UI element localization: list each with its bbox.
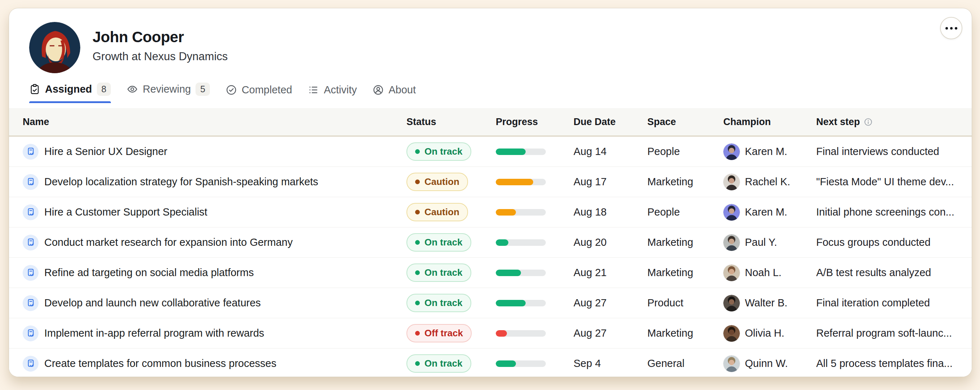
status-badge: On track bbox=[406, 354, 471, 373]
status-cell: On track bbox=[406, 354, 496, 373]
due-date-cell: Aug 27 bbox=[574, 327, 648, 339]
status-label: Caution bbox=[425, 176, 460, 187]
task-name-cell: Implement in-app referral program with r… bbox=[23, 326, 406, 341]
column-header-label: Due Date bbox=[574, 117, 616, 128]
table-row[interactable]: Refine ad targeting on social media plat… bbox=[9, 258, 972, 288]
task-icon bbox=[23, 235, 38, 251]
task-name-cell: Create templates for common business pro… bbox=[23, 356, 406, 372]
progress-cell bbox=[496, 179, 574, 185]
status-dot bbox=[415, 300, 420, 305]
table-row[interactable]: Conduct market research for expansion in… bbox=[9, 227, 972, 258]
tab-about[interactable]: About bbox=[372, 84, 416, 103]
task-name: Conduct market research for expansion in… bbox=[44, 237, 293, 248]
progress-cell bbox=[496, 300, 574, 306]
tab-completed[interactable]: Completed bbox=[226, 84, 292, 103]
table-row[interactable]: Develop localization strategy for Spanis… bbox=[9, 167, 972, 197]
next-step-cell: Referral program soft-launc... bbox=[816, 327, 963, 339]
list-icon bbox=[308, 84, 319, 96]
eye-icon bbox=[127, 84, 138, 95]
more-options-button[interactable] bbox=[940, 17, 963, 39]
next-step-cell: "Fiesta Mode" UI theme dev... bbox=[816, 176, 963, 188]
table-row[interactable]: Implement in-app referral program with r… bbox=[9, 318, 972, 348]
task-icon bbox=[23, 326, 38, 341]
next-step-cell: Focus groups conducted bbox=[816, 237, 963, 248]
avatar bbox=[723, 144, 740, 160]
status-dot bbox=[415, 149, 420, 154]
avatar bbox=[723, 325, 740, 342]
progress-bar bbox=[496, 209, 546, 216]
progress-bar bbox=[496, 300, 546, 306]
table-row[interactable]: Hire a Senior UX DesignerOn trackAug 14P… bbox=[9, 137, 972, 167]
status-badge: On track bbox=[406, 142, 471, 161]
avatar bbox=[723, 265, 740, 281]
task-icon bbox=[23, 356, 38, 372]
task-icon bbox=[23, 144, 38, 160]
profile-avatar-image bbox=[29, 22, 80, 73]
column-header-name: Name bbox=[23, 117, 406, 128]
avatar bbox=[723, 174, 740, 190]
tab-label: Reviewing bbox=[143, 83, 191, 95]
progress-cell bbox=[496, 209, 574, 216]
status-cell: Caution bbox=[406, 203, 496, 221]
status-dot bbox=[415, 361, 420, 366]
status-cell: Caution bbox=[406, 173, 496, 191]
progress-bar bbox=[496, 330, 546, 337]
status-cell: On track bbox=[406, 142, 496, 161]
task-name: Develop and launch new collaborative fea… bbox=[44, 297, 261, 309]
status-label: Off track bbox=[425, 328, 463, 339]
champion-name: Karen M. bbox=[745, 145, 788, 158]
progress-bar-fill bbox=[496, 360, 516, 367]
column-header-label: Champion bbox=[723, 117, 771, 128]
champion-cell: Quinn W. bbox=[723, 355, 816, 372]
space-cell: Marketing bbox=[648, 327, 723, 339]
progress-bar-fill bbox=[496, 239, 508, 246]
status-badge: On track bbox=[406, 264, 471, 282]
column-header-label: Status bbox=[406, 117, 436, 128]
progress-bar-fill bbox=[496, 209, 516, 216]
column-header-due-date: Due Date bbox=[574, 117, 648, 128]
column-header-next-step: Next step bbox=[816, 117, 963, 128]
space-cell: People bbox=[648, 145, 723, 158]
table-row[interactable]: Develop and launch new collaborative fea… bbox=[9, 288, 972, 318]
profile-name: John Cooper bbox=[92, 29, 228, 46]
avatar bbox=[723, 234, 740, 251]
tab-badge: 8 bbox=[97, 83, 111, 96]
column-header-label: Progress bbox=[496, 117, 538, 128]
champion-name: Noah L. bbox=[745, 267, 782, 279]
space-cell: Product bbox=[648, 297, 723, 309]
task-name-cell: Hire a Senior UX Designer bbox=[23, 144, 406, 160]
tab-activity[interactable]: Activity bbox=[308, 84, 357, 103]
table-row[interactable]: Hire a Customer Support SpecialistCautio… bbox=[9, 197, 972, 227]
person-circle-icon bbox=[372, 84, 384, 96]
status-cell: On track bbox=[406, 294, 496, 312]
status-badge: Caution bbox=[406, 173, 468, 191]
tab-bar: Assigned8Reviewing5CompletedActivityAbou… bbox=[9, 83, 972, 103]
progress-bar bbox=[496, 239, 546, 246]
tab-reviewing[interactable]: Reviewing5 bbox=[127, 83, 210, 103]
champion-cell: Paul Y. bbox=[723, 234, 816, 251]
status-dot bbox=[415, 240, 420, 245]
profile-header: John Cooper Growth at Nexus Dynamics bbox=[9, 8, 972, 73]
status-label: On track bbox=[425, 267, 463, 278]
task-icon bbox=[23, 205, 38, 220]
champion-name: Walter B. bbox=[745, 297, 788, 309]
next-step-cell: Final interviews conducted bbox=[816, 145, 963, 158]
clipboard-check-icon bbox=[29, 84, 40, 95]
tab-assigned[interactable]: Assigned8 bbox=[29, 83, 111, 103]
column-header-label: Next step bbox=[816, 117, 860, 128]
table-row[interactable]: Create templates for common business pro… bbox=[9, 348, 972, 377]
tab-label: Assigned bbox=[45, 83, 92, 95]
progress-cell bbox=[496, 330, 574, 337]
profile-card: John Cooper Growth at Nexus Dynamics Ass… bbox=[9, 8, 972, 377]
progress-bar-fill bbox=[496, 149, 526, 155]
tab-label: About bbox=[388, 84, 416, 96]
champion-name: Paul Y. bbox=[745, 237, 777, 248]
task-name: Refine ad targeting on social media plat… bbox=[44, 267, 254, 279]
progress-cell bbox=[496, 239, 574, 246]
ellipsis-icon bbox=[945, 27, 948, 30]
status-label: On track bbox=[425, 358, 463, 369]
progress-bar-fill bbox=[496, 179, 533, 185]
task-name-cell: Develop and launch new collaborative fea… bbox=[23, 295, 406, 311]
table-body: Hire a Senior UX DesignerOn trackAug 14P… bbox=[9, 137, 972, 377]
progress-bar bbox=[496, 360, 546, 367]
